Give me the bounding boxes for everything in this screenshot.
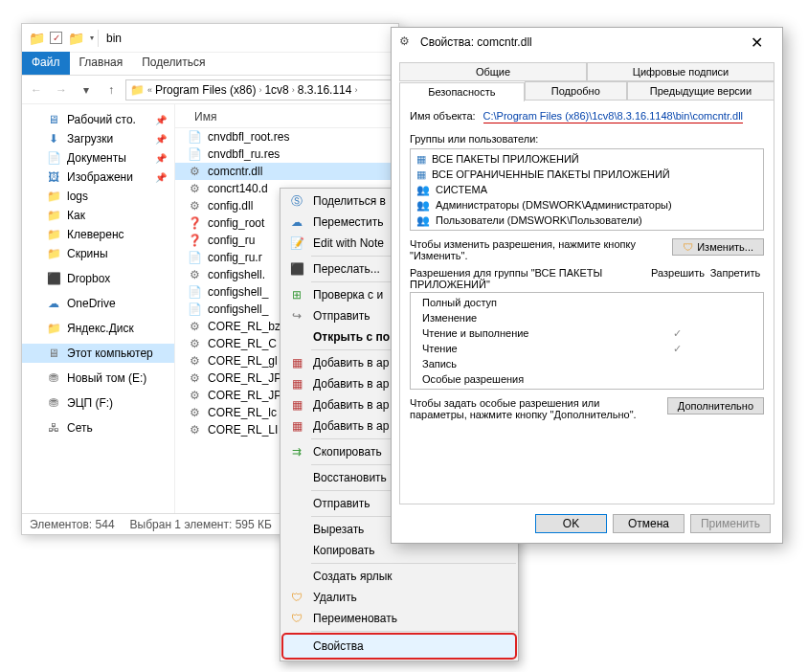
label: Dropbox: [67, 272, 110, 285]
ctx-rename[interactable]: 🛡Переименовать: [282, 608, 516, 629]
column-header-name[interactable]: Имя: [175, 108, 398, 128]
label: Отправить: [313, 497, 370, 510]
skype-icon: Ⓢ: [288, 192, 305, 210]
tree-screens[interactable]: 📁Скрины: [22, 244, 174, 263]
tab-security[interactable]: Безопасность: [399, 82, 525, 101]
label: OneDrive: [67, 297, 116, 310]
file-row[interactable]: 📄cnvdbfl_ru.res: [175, 146, 398, 163]
group-row[interactable]: ▦ВСЕ ПАКЕТЫ ПРИЛОЖЕНИЙ: [413, 151, 761, 167]
filename: CORE_RL_LI: [208, 423, 278, 437]
package-icon: ▦: [416, 153, 426, 166]
blank-icon: [288, 568, 305, 585]
tab-share[interactable]: Поделиться: [132, 52, 214, 75]
label: Этот компьютер: [67, 347, 153, 360]
tree-desktop[interactable]: 🖥Рабочий сто.📌: [22, 110, 174, 129]
label: Изменить...: [697, 241, 753, 253]
address-bar[interactable]: 📁 « Program Files (x86) › 1cv8 › 8.3.16.…: [125, 79, 394, 101]
users-icon: 👥: [416, 214, 430, 227]
filename: configshell_: [208, 285, 268, 299]
group-row[interactable]: 👥Администраторы (DMSWORK\Администраторы): [413, 197, 761, 213]
tab-file[interactable]: Файл: [22, 52, 70, 75]
ok-button[interactable]: OK: [535, 514, 607, 533]
qat-dropdown-icon[interactable]: ▾: [90, 34, 94, 42]
tree-kak[interactable]: 📁Как: [22, 206, 174, 225]
tree-downloads[interactable]: ⬇Загрузки📌: [22, 129, 174, 148]
label: Скрины: [67, 247, 108, 260]
close-button[interactable]: ✕: [739, 34, 774, 52]
filename: CORE_RL_lc: [208, 406, 277, 419]
cancel-button[interactable]: Отмена: [613, 514, 685, 533]
label: Администраторы (DMSWORK\Администраторы): [436, 199, 672, 211]
tree-logs[interactable]: 📁logs: [22, 187, 174, 206]
shield-icon: 🛡: [288, 589, 305, 606]
tree-network[interactable]: 🖧Сеть: [22, 418, 174, 437]
label: Открыть с по: [313, 330, 390, 344]
label: Добавить в ар: [313, 377, 389, 391]
label: Переименовать: [313, 612, 397, 625]
tree-kleverens[interactable]: 📁Клеверенс: [22, 225, 174, 244]
deny-header: Запретить: [707, 267, 764, 290]
notepad-icon: 📝: [288, 235, 305, 252]
label: Яндекс.Диск: [67, 322, 134, 335]
tree-pictures[interactable]: 🖼Изображени📌: [22, 168, 174, 187]
label: СИСТЕМА: [436, 184, 487, 195]
group-row[interactable]: ▦ВСЕ ОГРАНИЧЕННЫЕ ПАКЕТЫ ПРИЛОЖЕНИЙ: [413, 167, 761, 182]
permissions-for-label: Разрешения для группы "ВСЕ ПАКЕТЫ ПРИЛОЖ…: [410, 267, 649, 290]
tab-home[interactable]: Главная: [70, 52, 133, 75]
tree-newvol[interactable]: ⛃Новый том (E:): [22, 369, 174, 388]
winrar-icon: ▦: [288, 375, 305, 392]
label: Edit with Note: [313, 236, 384, 250]
tree-documents[interactable]: 📄Документы📌: [22, 148, 174, 168]
tree-yadisk[interactable]: 📁Яндекс.Диск: [22, 319, 174, 338]
tree-ecp[interactable]: ⛃ЭЦП (F:): [22, 393, 174, 413]
perm-row: Запись: [411, 356, 763, 371]
breadcrumb[interactable]: Program Files (x86): [155, 83, 256, 97]
filename: CORE_RL_bz: [208, 320, 281, 333]
forward-button[interactable]: →: [51, 79, 72, 101]
label: logs: [67, 190, 88, 203]
tree-dropbox[interactable]: ⬛Dropbox: [22, 269, 174, 288]
nav-tree: 🖥Рабочий сто.📌 ⬇Загрузки📌 📄Документы📌 🖼И…: [22, 104, 175, 513]
blank-icon: [288, 495, 305, 512]
folder-icon: 📁: [130, 83, 145, 97]
dialog-title: Свойства: comcntr.dll: [420, 35, 532, 49]
breadcrumb[interactable]: 1cv8: [264, 83, 288, 97]
tree-onedrive[interactable]: ☁OneDrive: [22, 294, 174, 313]
file-row[interactable]: 📄cnvdbfl_root.res: [175, 128, 398, 146]
back-button[interactable]: ←: [26, 79, 47, 101]
label: Добавить в ар: [313, 398, 389, 412]
history-dropdown-icon[interactable]: ▾: [76, 79, 97, 101]
file-row-selected[interactable]: ⚙comcntr.dll: [175, 163, 398, 180]
pin-icon: 📌: [155, 115, 167, 125]
folder-icon: 📁: [29, 31, 44, 46]
ctx-delete[interactable]: 🛡Удалить: [282, 587, 516, 608]
check-icon[interactable]: ✓: [50, 32, 62, 44]
filename: CORE_RL_gl: [208, 354, 278, 368]
advanced-button[interactable]: Дополнительно: [667, 397, 764, 414]
label: Сеть: [67, 421, 93, 435]
permissions-table: Полный доступ Изменение Чтение и выполне…: [410, 292, 764, 390]
groups-listbox[interactable]: ▦ВСЕ ПАКЕТЫ ПРИЛОЖЕНИЙ ▦ВСЕ ОГРАНИЧЕННЫЕ…: [410, 148, 764, 231]
tab-general[interactable]: Общие: [399, 62, 587, 81]
up-button[interactable]: ↑: [101, 79, 122, 101]
groups-label: Группы или пользователи:: [410, 133, 764, 145]
group-row[interactable]: 👥Пользователи (DMSWORK\Пользователи): [413, 213, 761, 228]
users-icon: 👥: [416, 199, 430, 212]
tab-details[interactable]: Подробно: [525, 81, 627, 101]
label: ВСЕ ОГРАНИЧЕННЫЕ ПАКЕТЫ ПРИЛОЖЕНИЙ: [432, 168, 670, 180]
tab-digital-signatures[interactable]: Цифровые подписи: [587, 62, 774, 81]
ctx-create-shortcut[interactable]: Создать ярлык: [282, 566, 516, 587]
apply-button[interactable]: Применить: [690, 514, 771, 533]
edit-button[interactable]: 🛡Изменить...: [672, 238, 764, 256]
breadcrumb[interactable]: 8.3.16.114: [298, 83, 352, 97]
tab-previous-versions[interactable]: Предыдущие версии: [627, 81, 774, 101]
dialog-buttons: OK Отмена Применить: [392, 504, 782, 543]
label: Свойства: [313, 639, 364, 653]
object-path[interactable]: C:\Program Files (x86)\1cv8\8.3.16.1148\…: [483, 110, 743, 123]
winrar-icon: ▦: [288, 354, 305, 371]
tree-thispc[interactable]: 🖥Этот компьютер: [22, 344, 174, 363]
group-row[interactable]: 👥СИСТЕМА: [413, 182, 761, 197]
ctx-properties[interactable]: Свойства: [282, 634, 516, 659]
label: Переместить: [313, 215, 384, 229]
filename: CORE_RL_C: [208, 337, 277, 350]
